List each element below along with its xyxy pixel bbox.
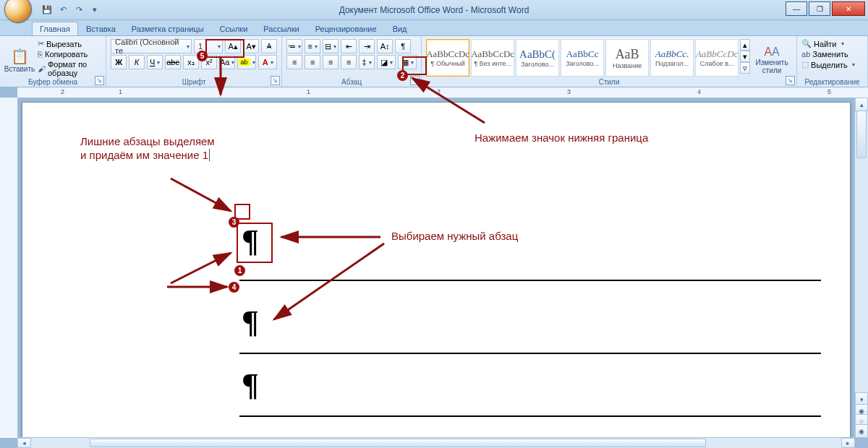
document-area: Лишние абзацы выделяем и придаём им знач… — [17, 98, 855, 438]
cut-label: Вырезать — [46, 40, 82, 48]
annotation-line: и придаём им значение 1 — [80, 149, 208, 161]
replace-label: Заменить — [812, 50, 848, 59]
style-subtle[interactable]: AaBbCcDcСлабое в... — [695, 39, 739, 77]
scroll-right-button[interactable]: ▸ — [841, 438, 855, 448]
save-icon[interactable]: 💾 — [41, 4, 54, 17]
align-center-button[interactable]: ≡ — [305, 55, 320, 69]
shading-button[interactable]: ◪▾ — [377, 55, 396, 69]
scroll-left-button[interactable]: ◂ — [17, 438, 31, 448]
paste-label: Вставить — [4, 65, 35, 73]
font-name-combo[interactable]: Calibri (Основной те▾ — [111, 39, 192, 53]
scroll-up-button[interactable]: ▴ — [855, 98, 868, 111]
arrow — [268, 240, 391, 327]
increase-indent-button[interactable]: ⇥ — [359, 39, 375, 53]
shrink-font-button[interactable]: A▾ — [243, 39, 259, 53]
tab-review[interactable]: Рецензирование — [307, 22, 385, 35]
copy-icon: ⎘ — [38, 50, 43, 59]
vertical-scrollbar[interactable]: ▴ ▾ ◉ ○ ◉ — [854, 98, 868, 438]
style-preview: AaBbCcDc — [426, 48, 469, 60]
underline-button[interactable]: Ч▾ — [147, 55, 163, 69]
arrow — [163, 280, 236, 294]
undo-icon[interactable]: ↶ — [56, 4, 69, 17]
office-button[interactable] — [4, 0, 32, 23]
strike-button[interactable]: abc — [165, 55, 181, 69]
style-name: Подзагол... — [655, 60, 689, 67]
redo-icon[interactable]: ↷ — [72, 4, 85, 17]
window-controls: — ❐ ✕ — [784, 1, 865, 16]
tab-page-layout[interactable]: Разметка страницы — [124, 22, 212, 35]
replace-icon: ab — [801, 50, 810, 59]
vertical-ruler[interactable] — [0, 98, 18, 438]
decrease-indent-button[interactable]: ⇤ — [341, 39, 357, 53]
styles-expand[interactable]: ▿ — [740, 62, 750, 74]
tab-mailings[interactable]: Рассылки — [255, 22, 307, 35]
border-line — [239, 415, 821, 417]
close-button[interactable]: ✕ — [832, 1, 865, 16]
style-name: Название — [613, 62, 642, 69]
marker-5: 5 — [197, 51, 208, 61]
change-styles-icon: AA — [764, 46, 779, 59]
format-painter-button[interactable]: 🖌Формат по образцу — [38, 60, 101, 77]
arrow-to-border-button — [405, 72, 492, 130]
clipboard-launcher[interactable]: ↘ — [95, 76, 104, 85]
line-spacing-button[interactable]: ‡▾ — [359, 55, 375, 69]
ruler-label: 1 — [119, 88, 122, 95]
marker-1: 1 — [234, 265, 245, 276]
tab-insert[interactable]: Вставка — [78, 22, 124, 35]
style-preview: AaBbCc. — [655, 48, 689, 60]
horizontal-scrollbar[interactable]: ◂ ▸ — [17, 437, 855, 448]
replace-button[interactable]: abЗаменить — [801, 50, 863, 59]
ruler-label: 1 — [307, 88, 310, 95]
multilevel-button[interactable]: ⊟▾ — [323, 39, 339, 53]
maximize-button[interactable]: ❐ — [809, 1, 830, 16]
pilcrow-mark: ¶ — [242, 366, 259, 403]
align-right-button[interactable]: ≡ — [323, 55, 339, 69]
scissors-icon: ✂ — [38, 39, 44, 48]
styles-launcher[interactable]: ↘ — [786, 76, 795, 85]
style-title[interactable]: АаВНазвание — [605, 39, 649, 77]
change-styles-button[interactable]: AA Изменить стили — [752, 39, 792, 79]
annotation-line: Лишние абзацы выделяем — [80, 135, 215, 149]
numbering-button[interactable]: ≡▾ — [305, 39, 320, 53]
group-clipboard: 📋 Вставить ✂Вырезать ⎘Копировать 🖌Формат… — [0, 36, 106, 87]
styles-scroll-up[interactable]: ▴ — [740, 39, 750, 51]
style-normal[interactable]: AaBbCcDc¶ Обычный — [426, 39, 469, 77]
bullets-button[interactable]: ≔▾ — [286, 39, 302, 53]
find-button[interactable]: 🔍Найти▾ — [801, 39, 863, 48]
cut-button[interactable]: ✂Вырезать — [38, 39, 101, 48]
styles-scroll-down[interactable]: ▾ — [740, 51, 750, 62]
annotation-text-1: Лишние абзацы выделяем и придаём им знач… — [80, 135, 215, 163]
align-left-button[interactable]: ≡ — [286, 55, 302, 69]
qat-dropdown-icon[interactable]: ▾ — [88, 4, 101, 17]
select-button[interactable]: ⬚Выделить▾ — [801, 60, 863, 69]
cursor-icon: ⬚ — [801, 60, 809, 69]
next-page-button[interactable]: ◉ — [855, 424, 868, 438]
paste-button[interactable]: 📋 Вставить — [4, 39, 35, 79]
show-marks-button[interactable]: ¶ — [395, 39, 411, 53]
style-subtitle[interactable]: AaBbCc.Подзагол... — [650, 39, 694, 77]
sort-button[interactable]: A↕ — [377, 39, 393, 53]
tab-home[interactable]: Главная — [32, 22, 78, 35]
window-title: Документ Microsoft Office Word - Microso… — [0, 5, 868, 15]
bold-button[interactable]: Ж — [111, 55, 127, 69]
style-heading2[interactable]: AaBbCcЗаголово... — [561, 39, 604, 77]
scroll-thumb-h[interactable] — [90, 439, 706, 447]
italic-button[interactable]: К — [129, 55, 145, 69]
minimize-button[interactable]: — — [786, 1, 807, 16]
font-color-button[interactable]: A▾ — [258, 55, 277, 69]
tab-references[interactable]: Ссылки — [212, 22, 256, 35]
tab-view[interactable]: Вид — [385, 22, 415, 35]
scroll-thumb-v[interactable] — [856, 111, 867, 158]
clear-format-button[interactable]: A̶ — [261, 39, 277, 53]
page[interactable]: Лишние абзацы выделяем и придаём им знач… — [22, 102, 851, 438]
font-size-value: 1 — [198, 42, 203, 51]
justify-button[interactable]: ≡ — [341, 55, 357, 69]
style-heading1[interactable]: AaBbC(Заголово... — [516, 39, 559, 77]
style-no-spacing[interactable]: AaBbCcDc¶ Без инте... — [471, 39, 514, 77]
copy-button[interactable]: ⎘Копировать — [38, 50, 101, 59]
svg-line-1 — [171, 253, 231, 283]
ruler-label: 4 — [697, 88, 701, 95]
font-launcher[interactable]: ↘ — [271, 76, 280, 85]
svg-line-5 — [412, 78, 485, 123]
brush-icon: 🖌 — [38, 64, 46, 73]
